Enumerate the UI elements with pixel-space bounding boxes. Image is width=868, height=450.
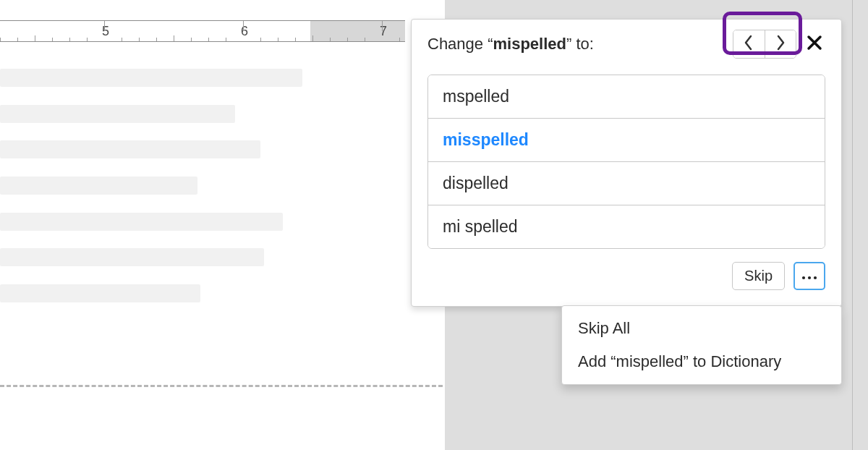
doc-text-line — [0, 213, 283, 231]
nav-group — [733, 30, 796, 59]
prompt-prefix: Change “ — [427, 35, 493, 53]
ruler-margin-shade — [310, 21, 405, 41]
doc-text-line — [0, 105, 235, 123]
menu-add-suffix: ” to Dictionary — [684, 352, 782, 370]
svg-point-2 — [814, 276, 817, 279]
doc-text-line — [0, 140, 260, 158]
prompt-word: mispelled — [493, 35, 566, 53]
vertical-scrollbar-track[interactable] — [852, 0, 853, 450]
spellcheck-prompt: Change “mispelled” to: — [427, 35, 594, 54]
close-button[interactable] — [804, 33, 825, 55]
next-error-button[interactable] — [765, 30, 796, 58]
svg-point-1 — [808, 276, 811, 279]
page-break-line — [0, 385, 443, 387]
menu-add-to-dictionary[interactable]: Add “mispelled” to Dictionary — [562, 345, 841, 378]
prompt-suffix: ” to: — [566, 35, 594, 53]
doc-text-line — [0, 69, 302, 87]
skip-button[interactable]: Skip — [732, 262, 785, 290]
doc-text-line — [0, 284, 200, 302]
suggestion-item[interactable]: mi spelled — [428, 205, 825, 248]
svg-point-0 — [802, 276, 805, 279]
menu-add-word: mispelled — [616, 352, 684, 370]
suggestion-item[interactable]: misspelled — [428, 118, 825, 161]
suggestion-list: mspelled misspelled dispelled mi spelled — [427, 75, 825, 249]
more-actions-menu: Skip All Add “mispelled” to Dictionary — [561, 305, 842, 385]
menu-skip-all[interactable]: Skip All — [562, 312, 841, 345]
more-icon — [801, 270, 817, 283]
doc-text-line — [0, 248, 264, 266]
horizontal-ruler: 5 6 7 — [0, 20, 405, 42]
ruler-number: 6 — [241, 24, 248, 39]
spellcheck-popup: Change “mispelled” to: — [411, 19, 842, 307]
more-actions-button[interactable] — [793, 262, 825, 290]
suggestion-item[interactable]: mspelled — [428, 75, 825, 118]
close-icon — [807, 35, 822, 54]
ruler-number: 5 — [102, 24, 109, 39]
chevron-left-icon — [744, 35, 754, 54]
doc-text-line — [0, 177, 197, 195]
menu-add-prefix: Add “ — [578, 352, 616, 370]
suggestion-item[interactable]: dispelled — [428, 161, 825, 205]
prev-error-button[interactable] — [733, 30, 765, 58]
ruler-number: 7 — [380, 24, 387, 39]
chevron-right-icon — [775, 35, 786, 54]
